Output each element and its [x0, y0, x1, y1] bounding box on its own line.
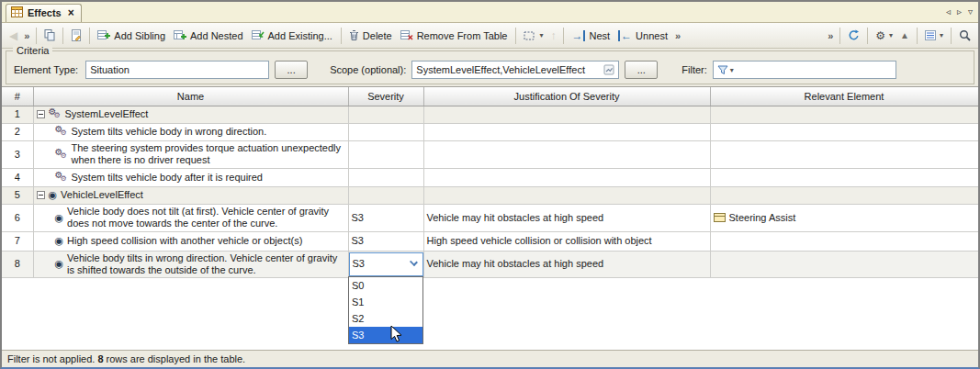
relevant-cell[interactable]	[710, 106, 978, 123]
table-header-row: # Name Severity Justification Of Severit…	[2, 87, 978, 106]
add-sibling-button[interactable]: Add Sibling	[95, 27, 169, 44]
add-nested-button[interactable]: Add Nested	[171, 27, 246, 44]
name-cell[interactable]: ◉ High speed collision with another vehi…	[33, 231, 348, 251]
column-header-num[interactable]: #	[2, 87, 33, 106]
filter-input[interactable]: ▾	[713, 61, 896, 79]
nest-button[interactable]: → Nest	[569, 28, 614, 44]
delete-button[interactable]: Delete	[346, 27, 396, 44]
toolbar-separator	[839, 28, 840, 44]
back-button[interactable]: ◀	[6, 28, 20, 44]
scope-input[interactable]: SystemLevelEffect,VehicleLevelEffect	[411, 61, 619, 79]
situation-icon: ⚙⚙	[49, 108, 62, 120]
mouse-cursor-icon	[390, 326, 407, 344]
relevant-cell[interactable]	[710, 140, 978, 168]
table-row[interactable]: 1 ⚙⚙ SystemLevelEffect	[2, 106, 978, 123]
scope-browse-button[interactable]: ...	[625, 61, 658, 79]
copy-button[interactable]	[41, 27, 58, 44]
severity-cell[interactable]	[348, 168, 423, 186]
search-button[interactable]	[956, 27, 974, 44]
justification-cell[interactable]: High speed vehicle collision or collisio…	[423, 231, 710, 251]
justification-cell[interactable]	[423, 168, 710, 186]
tab-prev-icon[interactable]: ◃	[946, 6, 951, 17]
relevant-cell[interactable]	[710, 231, 978, 251]
row-number: 3	[2, 140, 33, 168]
relevant-cell[interactable]: Steering Assist	[710, 204, 978, 231]
dropdown-option-selected[interactable]: S3	[349, 327, 422, 343]
name-cell[interactable]: ◉ Vehicle body tilts in wrong direction.…	[33, 251, 348, 277]
up-button[interactable]: ↑	[547, 28, 558, 44]
tab-list-icon[interactable]: ▿	[968, 6, 973, 17]
justification-cell[interactable]	[423, 140, 710, 168]
table-row[interactable]: 2 ⚙⚙ System tilts vehicle body in wrong …	[2, 123, 978, 140]
relevant-cell[interactable]	[710, 186, 978, 204]
chevron-down-icon[interactable]	[410, 258, 418, 266]
justification-cell[interactable]	[423, 186, 710, 204]
table-row[interactable]: 3 ⚙⚙ The steering system provides torque…	[2, 140, 978, 168]
selection-mode-button[interactable]: ▾	[521, 28, 546, 44]
dropdown-option[interactable]: S1	[349, 294, 422, 310]
toolbar-overflow-icon[interactable]: »	[673, 30, 682, 41]
name-cell[interactable]: ⚙⚙ SystemLevelEffect	[33, 106, 348, 123]
severity-cell[interactable]: S3	[348, 231, 423, 251]
close-icon[interactable]: ×	[68, 8, 74, 17]
table-row[interactable]: 5 ◉ VehicleLevelEffect	[2, 186, 978, 204]
column-header-justification[interactable]: Justification Of Severity	[423, 87, 710, 106]
table-row[interactable]: 7 ◉ High speed collision with another ve…	[2, 231, 978, 251]
row-number: 6	[2, 204, 33, 231]
toolbar-separator	[917, 28, 918, 44]
severity-cell[interactable]	[348, 186, 423, 204]
tab-next-icon[interactable]: ▹	[957, 6, 962, 17]
remove-from-table-button[interactable]: Remove From Table	[398, 27, 512, 44]
view-menu-button[interactable]: ▾	[922, 28, 946, 43]
row-number: 2	[2, 123, 33, 140]
dropdown-option[interactable]: S0	[349, 277, 422, 294]
name-cell[interactable]: ⚙⚙ The steering system provides torque a…	[33, 140, 348, 168]
unnest-button[interactable]: ← Unnest	[615, 28, 671, 44]
filter-funnel-icon	[717, 65, 728, 75]
trash-icon	[349, 29, 359, 41]
severity-combobox[interactable]: S3	[349, 252, 423, 276]
element-type-browse-button[interactable]: ...	[275, 61, 308, 79]
table-row[interactable]: 8 ◉ Vehicle body tilts in wrong directio…	[2, 251, 978, 277]
justification-cell[interactable]	[423, 106, 710, 123]
severity-cell[interactable]	[348, 140, 423, 168]
severity-cell[interactable]: S3	[348, 251, 423, 277]
row-number: 1	[2, 106, 33, 123]
justification-cell[interactable]: Vehicle may hit obstacles at high speed	[423, 204, 710, 231]
toolbar-overflow-icon[interactable]: »	[22, 30, 31, 41]
filter-label: Filter:	[681, 64, 707, 75]
relevant-cell[interactable]	[710, 123, 978, 140]
collapse-toggle-icon[interactable]	[37, 110, 45, 118]
column-header-relevant[interactable]: Relevant Element	[710, 87, 978, 106]
justification-cell[interactable]: Vehicle may hit obstacles at high speed	[423, 251, 710, 277]
element-type-input[interactable]: Situation	[85, 61, 269, 79]
add-existing-button[interactable]: Add Existing...	[249, 27, 336, 44]
justification-cell[interactable]	[423, 123, 710, 140]
settings-button[interactable]: ⚙ ▾	[873, 28, 896, 44]
relevant-element-name: Steering Assist	[729, 212, 796, 224]
column-header-name[interactable]: Name	[33, 87, 348, 106]
table-row[interactable]: 4 ⚙⚙ System tilts vehicle body after it …	[2, 168, 978, 186]
table-row[interactable]: 6 ◉ Vehicle body does not tilt (at first…	[2, 204, 978, 231]
relevant-cell[interactable]	[710, 251, 978, 277]
name-cell[interactable]: ⚙⚙ System tilts vehicle body after it is…	[33, 168, 348, 186]
toolbar-overflow-icon[interactable]: »	[826, 30, 835, 41]
column-header-severity[interactable]: Severity	[348, 87, 423, 106]
refresh-button[interactable]	[845, 27, 862, 44]
tab-effects[interactable]: Effects ×	[6, 4, 82, 22]
specification-button[interactable]	[68, 27, 84, 44]
severity-dropdown-list[interactable]: S0 S1 S2 S3	[348, 276, 423, 344]
name-cell[interactable]: ◉ VehicleLevelEffect	[33, 186, 348, 204]
toolbar-separator	[515, 28, 516, 44]
severity-cell[interactable]	[348, 123, 423, 140]
name-cell[interactable]: ◉ Vehicle body does not tilt (at first).…	[33, 204, 348, 231]
name-cell[interactable]: ⚙⚙ System tilts vehicle body in wrong di…	[33, 123, 348, 140]
vehicle-effect-icon: ◉	[55, 236, 64, 246]
dropdown-option[interactable]: S2	[349, 310, 422, 327]
severity-cell[interactable]	[348, 106, 423, 123]
severity-cell[interactable]: S3	[348, 204, 423, 231]
collapse-toggle-icon[interactable]	[37, 191, 45, 199]
collapse-button[interactable]: ▲	[897, 28, 912, 44]
add-existing-icon	[252, 29, 265, 41]
relevant-cell[interactable]	[710, 168, 978, 186]
